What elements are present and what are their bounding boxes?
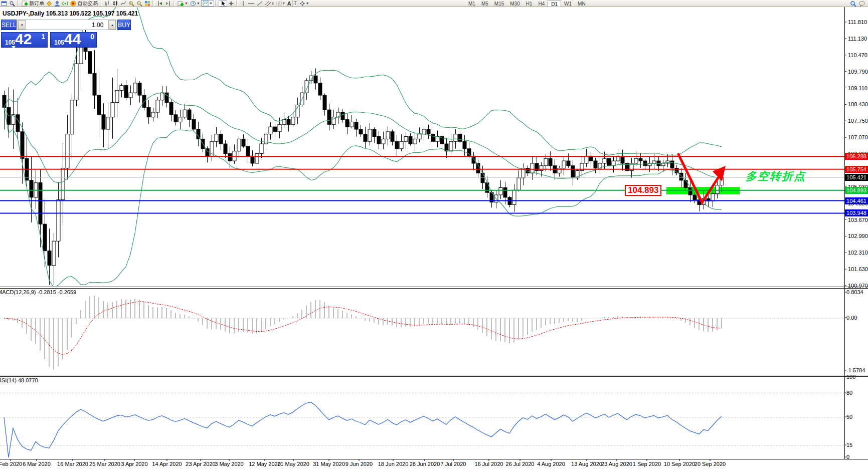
zoom-in-icon[interactable] — [127, 0, 135, 7]
date-tick: 16 Jul 2020 — [475, 461, 503, 467]
history-center-icon[interactable] — [45, 0, 53, 7]
candlestick-chart-icon[interactable] — [111, 0, 119, 7]
periods-button[interactable]: ▼ — [189, 0, 201, 7]
autotrading-button[interactable]: 自动交易 — [69, 0, 99, 7]
toolbar-separator — [173, 1, 175, 6]
market-watch-icon[interactable] — [8, 0, 16, 7]
timeframe-button-h4[interactable]: H4 — [536, 1, 548, 7]
toolbar-separator — [215, 1, 217, 6]
date-tick: 6 Mar 2020 — [23, 461, 51, 467]
price-badge: 103.948 — [845, 209, 868, 216]
one-click-collapse-icon[interactable] — [12, 46, 16, 49]
channel-tool-icon[interactable]: E — [264, 0, 275, 7]
timeframe-button-m30[interactable]: M30 — [507, 1, 523, 7]
cursor-tool-icon[interactable] — [219, 0, 227, 7]
text-label-tool-icon[interactable]: T — [292, 1, 298, 7]
sell-price-pips: 42 — [15, 31, 32, 48]
timeframe-button-mn[interactable]: MN — [575, 1, 589, 7]
auto-scroll-icon[interactable] — [164, 0, 172, 7]
price-badge: 105.421 — [845, 174, 868, 181]
timeframe-group: M1M5M15M30H1H4D1W1MN — [465, 0, 589, 7]
timeframe-button-d1[interactable]: D1 — [548, 1, 561, 7]
price-tick: 102.990 — [848, 233, 868, 239]
timeframe-button-m15[interactable]: M15 — [491, 1, 507, 7]
rsi-axis-label: 100 — [846, 374, 855, 380]
one-click-trading-widget: SELL ▼ ▲ BUY 105 42 1 105 44 0 — [1, 20, 97, 48]
date-tick: 20 Sep 2020 — [695, 461, 726, 467]
volume-increase-button[interactable]: ▲ — [108, 20, 116, 30]
crosshair-tool-icon[interactable] — [227, 0, 235, 7]
add-indicator-button[interactable]: ▼ — [177, 0, 189, 7]
date-tick: 14 Apr 2020 — [152, 461, 182, 467]
volume-input[interactable] — [26, 20, 108, 30]
timeframe-button-w1[interactable]: W1 — [561, 1, 575, 7]
trendline-tool-icon[interactable] — [256, 0, 264, 7]
macd-axis-label: 0.00 — [846, 315, 857, 321]
date-tick: 9 Jun 2020 — [345, 461, 373, 467]
horizontal-line-tool-icon[interactable] — [247, 0, 256, 7]
price-badge: 106.288 — [845, 153, 868, 160]
search-icon[interactable] — [849, 1, 857, 7]
turning-point-label[interactable]: 多空转折点 — [746, 169, 806, 184]
buy-price-panel[interactable]: 105 44 0 — [50, 32, 97, 48]
new-chart-window-icon[interactable] — [0, 0, 8, 7]
sell-button[interactable]: SELL — [1, 20, 17, 30]
text-tool-glyph: A — [287, 1, 291, 7]
text-tool-icon[interactable]: A — [286, 0, 292, 7]
macd-label: MACD(12,26,9) -0.2815 -0.2659 — [0, 289, 76, 295]
zoom-out-icon[interactable] — [135, 0, 143, 7]
profile-icon[interactable] — [53, 0, 61, 7]
rsi-axis-label: 0 — [846, 454, 849, 460]
timeframe-button-m1[interactable]: M1 — [465, 1, 478, 7]
macd-axis-label: -1.5784 — [846, 367, 865, 373]
vertical-line-tool-icon[interactable] — [240, 0, 247, 7]
fibonacci-tool-icon[interactable]: F — [275, 0, 286, 7]
date-tick: 28 Jun 2020 — [410, 461, 440, 467]
price-tick: 101.630 — [848, 266, 868, 272]
date-tick: 1 Sep 2020 — [633, 461, 661, 467]
price-badge: 104.893 — [845, 187, 868, 194]
price-tick: 108.430 — [848, 101, 868, 107]
line-chart-icon[interactable] — [119, 0, 127, 7]
rsi-axis-label: 80 — [846, 390, 852, 396]
macd-axis-label: 0.8034 — [846, 289, 863, 295]
toolbar-separator — [17, 1, 19, 6]
price-tick: 111.810 — [848, 19, 867, 25]
timeframe-button-m5[interactable]: M5 — [478, 1, 491, 7]
date-tick: 25 Mar 2020 — [89, 461, 120, 467]
toolbar-separator — [100, 1, 102, 6]
date-tick: 4 Aug 2020 — [537, 461, 565, 467]
timeframe-button-h1[interactable]: H1 — [523, 1, 536, 7]
date-tick: 3 May 2020 — [215, 461, 243, 467]
chat-icon[interactable] — [857, 1, 866, 7]
tile-windows-icon[interactable] — [143, 0, 151, 7]
price-tick: 107.750 — [848, 118, 868, 124]
date-tick: 7 Jul 2020 — [441, 461, 466, 467]
date-tick: 31 May 2020 — [313, 461, 345, 467]
sell-price-point: 1 — [41, 33, 45, 41]
bar-chart-icon[interactable] — [103, 0, 111, 7]
price-tick: 100.970 — [848, 283, 868, 289]
volume-decrease-button[interactable]: ▼ — [18, 20, 26, 30]
toolbar-separator — [152, 1, 154, 6]
new-order-label: 新订单 — [29, 0, 44, 7]
buy-price-big-figure: 105 — [54, 39, 64, 46]
chevron-down-icon: ▼ — [209, 2, 213, 5]
support-price-tag[interactable]: 104.893 — [625, 185, 661, 196]
signals-icon[interactable] — [61, 0, 69, 7]
fibo-sub-label: F — [283, 2, 285, 5]
arrows-tool-icon[interactable]: ▼ — [298, 0, 310, 7]
mt4-terminal-window: 新订单 自动交易 ▼ ▼ ▼ E F A T ▼ M1M5M — [0, 0, 868, 469]
date-tick: 21 May 2020 — [277, 461, 309, 467]
buy-button[interactable]: BUY — [117, 20, 131, 30]
sell-price-big-figure: 105 — [5, 39, 15, 46]
sell-price-panel[interactable]: 105 42 1 — [1, 32, 48, 48]
rsi-axis-label: 15 — [846, 442, 852, 448]
price-tick: 111.130 — [848, 36, 867, 42]
chevron-down-icon: ▼ — [185, 2, 188, 5]
templates-button[interactable]: ▼ — [201, 0, 214, 7]
price-badge: 104.461 — [845, 197, 868, 204]
date-tick: 23 Aug 2020 — [601, 461, 632, 467]
new-order-button[interactable]: 新订单 — [21, 0, 45, 7]
chart-shift-icon[interactable] — [156, 0, 164, 7]
